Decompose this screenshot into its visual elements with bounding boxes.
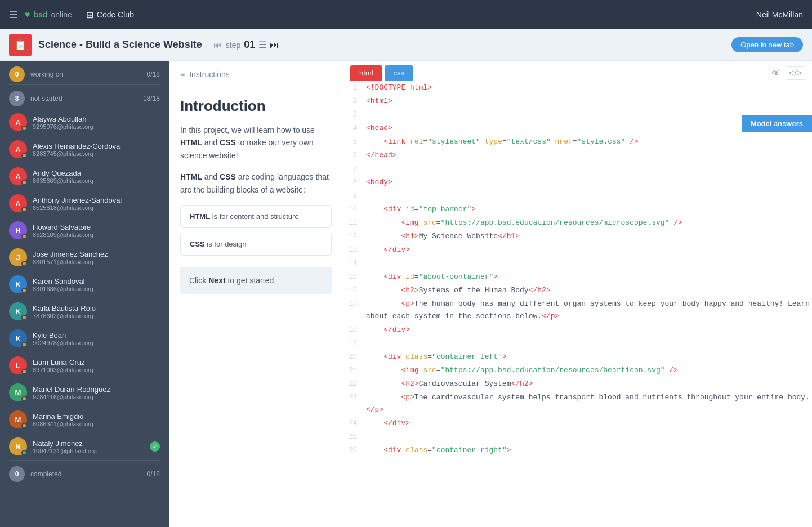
student-id: 8301686@philasd.org — [33, 285, 160, 292]
student-id: 8528109@philasd.org — [33, 231, 160, 238]
student-info: Andy Quezada 8635669@philasd.org — [33, 169, 160, 184]
next-keyword: Next — [208, 276, 225, 285]
code-line: 13 </div> — [343, 243, 812, 257]
not-started-label: not started — [30, 95, 143, 102]
editor-tabs: html css 👁 </> — [343, 61, 812, 81]
html-description-block: HTML is for content and structure — [180, 205, 332, 228]
student-info: Alexis Hernandez-Cordova 8283745@philasd… — [33, 142, 160, 157]
code-content[interactable]: 1 <!DOCTYPE html> 2 <html> 3 4 <head> 5 — [343, 81, 812, 527]
code-brackets-icon[interactable]: </> — [786, 66, 805, 80]
avatar: A — [9, 167, 27, 185]
completed-check-icon: ✓ — [150, 441, 160, 452]
student-name: Mariel Duran-Rodriguez — [33, 385, 160, 394]
code-line: 16 <h2>Systems of the Human Body</h2> — [343, 284, 812, 297]
student-item[interactable]: N Nataly Jimenez 10047131@philasd.org ✓ — [0, 433, 169, 460]
student-info: Liam Luna-Cruz 8971003@philasd.org — [33, 358, 160, 373]
step-info: ⏮ step 01 ☰ ⏭ — [213, 39, 279, 51]
avatar: K — [9, 302, 27, 320]
bsd-heart-icon: ♥ — [25, 10, 30, 20]
project-title: Science - Build a Science Website — [38, 39, 202, 51]
student-item[interactable]: L Liam Luna-Cruz 8971003@philasd.org — [0, 352, 169, 379]
intro-para-1: In this project, we will learn how to us… — [180, 124, 332, 162]
model-answers-button[interactable]: Model answers — [742, 115, 812, 132]
student-item[interactable]: M Marina Emigdio 8086341@philasd.org — [0, 406, 169, 433]
top-bar-divider — [79, 8, 79, 21]
instructions-header-title: Instructions — [189, 70, 230, 79]
student-list: A Alaywa Abdullah 9295076@philasd.org A … — [0, 109, 169, 460]
user-name: Neil McMillan — [756, 10, 803, 19]
project-header: 📋 Science - Build a Science Website ⏮ st… — [0, 29, 812, 61]
code-line: 18 </div> — [343, 323, 812, 337]
step-number: 01 — [244, 39, 255, 51]
code-line: 12 <h1>My Science Website</h1> — [343, 230, 812, 243]
code-line: 21 <img src="https://app.bsd.education/r… — [343, 364, 812, 377]
avatar: A — [9, 113, 27, 131]
project-thumbnail: 📋 — [9, 34, 32, 56]
html-keyword-2: HTML — [180, 172, 202, 181]
status-dot — [21, 288, 27, 293]
student-item[interactable]: A Alaywa Abdullah 9295076@philasd.org — [0, 109, 169, 136]
eye-icon[interactable]: 👁 — [772, 68, 781, 78]
sidebar: 0 working on 0/18 8 not started 18/18 A … — [0, 61, 169, 527]
css-keyword-2: CSS — [220, 172, 236, 181]
student-item[interactable]: A Anthony Jimenez-Sandoval 8525818@phila… — [0, 190, 169, 217]
student-item[interactable]: A Alexis Hernandez-Cordova 8283745@phila… — [0, 136, 169, 163]
step-back-icon[interactable]: ⏮ — [213, 40, 222, 50]
completed-label: completed — [30, 470, 147, 478]
student-item[interactable]: K Karla Bautista-Rojo 7876602@philasd.or… — [0, 298, 169, 325]
student-item[interactable]: J Jose Jimenez Sanchez 8301571@philasd.o… — [0, 244, 169, 271]
bsd-label: bsd — [34, 10, 48, 19]
intro-title: Introduction — [180, 97, 332, 115]
editor-icons: 👁 </> — [772, 66, 805, 80]
not-started-section: 8 not started 18/18 — [0, 85, 169, 109]
status-dot — [21, 423, 27, 428]
status-dot — [21, 261, 27, 266]
css-tab[interactable]: css — [385, 65, 414, 81]
not-started-badge-num: 8 — [15, 95, 19, 102]
code-line: 15 <div id="about-container"> — [343, 270, 812, 284]
css-keyword-1: CSS — [220, 138, 236, 147]
bsd-sub: online — [51, 10, 72, 19]
html-keyword-1: HTML — [180, 138, 202, 147]
student-item[interactable]: H Howard Salvatore 8528109@philasd.org — [0, 217, 169, 244]
student-id: 8283745@philasd.org — [33, 150, 160, 157]
student-info: Nataly Jimenez 10047131@philasd.org — [33, 439, 144, 454]
hamburger-icon[interactable]: ☰ — [9, 8, 18, 21]
student-name: Andy Quezada — [33, 169, 160, 177]
student-info: Karen Sandoval 8301686@philasd.org — [33, 277, 160, 292]
student-name: Kyle Bean — [33, 331, 160, 340]
completed-section: 0 completed 0/18 — [0, 461, 169, 484]
student-item[interactable]: A Andy Quezada 8635669@philasd.org — [0, 163, 169, 190]
student-info: Anthony Jimenez-Sandoval 8525818@philasd… — [33, 196, 160, 211]
code-line: 14 — [343, 257, 812, 270]
top-bar: ☰ ♥ bsd online ⊞ Code Club Neil McMillan — [0, 0, 812, 29]
student-name: Karla Bautista-Rojo — [33, 304, 160, 312]
completed-count: 0/18 — [147, 470, 160, 478]
content-area: ≡ Instructions Introduction In this proj… — [169, 61, 812, 527]
avatar: A — [9, 194, 27, 212]
avatar: K — [9, 275, 27, 293]
student-id: 8971003@philasd.org — [33, 367, 160, 373]
open-new-tab-button[interactable]: Open in new tab — [731, 37, 803, 52]
status-dot — [21, 153, 27, 158]
student-info: Jose Jimenez Sanchez 8301571@philasd.org — [33, 250, 160, 265]
student-name: Anthony Jimenez-Sandoval — [33, 196, 160, 204]
status-dot — [21, 126, 27, 131]
step-list-icon[interactable]: ☰ — [258, 39, 266, 50]
student-name: Alexis Hernandez-Cordova — [33, 142, 160, 150]
student-id: 8525818@philasd.org — [33, 204, 160, 211]
step-next-icon[interactable]: ⏭ — [270, 40, 279, 50]
student-info: Karla Bautista-Rojo 7876602@philasd.org — [33, 304, 160, 319]
student-name: Howard Salvatore — [33, 223, 160, 231]
code-line: 17 <p>The human body has many different … — [343, 297, 812, 323]
code-line: 7 — [343, 162, 812, 176]
student-item[interactable]: K Karen Sandoval 8301686@philasd.org — [0, 271, 169, 298]
html-tab[interactable]: html — [350, 65, 382, 81]
student-item[interactable]: M Mariel Duran-Rodriguez 9784116@philasd… — [0, 379, 169, 406]
student-item[interactable]: K Kyle Bean 9024978@philasd.org — [0, 325, 169, 352]
completed-badge-num: 0 — [15, 470, 19, 478]
top-bar-right: Neil McMillan — [756, 10, 803, 19]
avatar: A — [9, 140, 27, 158]
code-line: 22 <h2>Cardiovascular System</h2> — [343, 377, 812, 391]
status-dot — [21, 342, 27, 347]
